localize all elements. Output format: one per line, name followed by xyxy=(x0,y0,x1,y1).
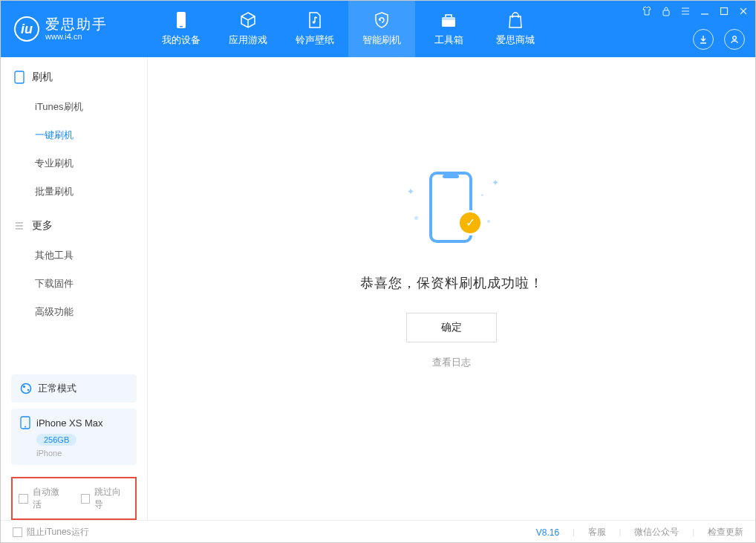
svg-rect-1 xyxy=(180,26,183,27)
svg-point-10 xyxy=(23,386,25,388)
close-icon[interactable] xyxy=(737,5,749,17)
music-file-icon xyxy=(306,11,324,29)
svg-rect-6 xyxy=(721,8,728,15)
sidebar-section-more: 更多 xyxy=(1,219,147,241)
maximize-icon[interactable] xyxy=(718,5,730,17)
success-illustration: ✦ ✦ ✓ xyxy=(400,164,504,253)
window-controls xyxy=(641,5,749,17)
view-log-link[interactable]: 查看日志 xyxy=(432,356,471,369)
bag-icon xyxy=(506,11,524,29)
svg-point-11 xyxy=(27,389,29,391)
checkbox-block-itunes[interactable]: 阻止iTunes运行 xyxy=(13,526,89,539)
device-type-label: iPhone xyxy=(36,449,128,458)
nav-tabs: 我的设备 应用游戏 铃声壁纸 智能刷机 工具箱 爱思商城 xyxy=(148,1,549,57)
svg-rect-8 xyxy=(15,71,24,83)
checkbox-skip-guide[interactable]: 跳过向导 xyxy=(81,486,130,511)
checkbox-box-icon xyxy=(81,494,91,504)
footer-update-link[interactable]: 检查更新 xyxy=(708,526,743,539)
menu-icon[interactable] xyxy=(680,5,691,17)
nav-tab-ringtones[interactable]: 铃声壁纸 xyxy=(281,1,348,57)
main-content: ✦ ✦ ✓ 恭喜您，保资料刷机成功啦！ 确定 查看日志 xyxy=(148,57,755,520)
shield-refresh-icon xyxy=(373,11,391,29)
download-button[interactable] xyxy=(693,29,714,50)
toolbox-icon xyxy=(440,11,457,29)
device-mode-label: 正常模式 xyxy=(38,382,76,395)
sidebar-item-oneclick-flash[interactable]: 一键刷机 xyxy=(1,121,147,149)
checkbox-box-icon xyxy=(19,494,28,504)
svg-rect-4 xyxy=(442,17,455,20)
check-badge-icon: ✓ xyxy=(457,210,483,235)
device-name-label: iPhone XS Max xyxy=(36,417,103,429)
user-button[interactable] xyxy=(724,29,745,50)
svg-rect-5 xyxy=(663,10,669,16)
app-logo-icon: iu xyxy=(14,16,39,42)
svg-point-2 xyxy=(313,21,316,24)
sidebar-item-pro-flash[interactable]: 专业刷机 xyxy=(1,149,147,178)
nav-tab-store[interactable]: 爱思商城 xyxy=(482,1,549,57)
shirt-icon[interactable] xyxy=(641,5,653,17)
svg-point-9 xyxy=(22,384,31,394)
sidebar-item-other-tools[interactable]: 其他工具 xyxy=(1,241,147,270)
checkbox-auto-activate[interactable]: 自动激活 xyxy=(19,486,68,511)
sidebar-item-itunes-flash[interactable]: iTunes刷机 xyxy=(1,93,147,121)
logo-area: iu 爱思助手 www.i4.cn xyxy=(1,1,148,57)
list-icon xyxy=(14,221,25,231)
lock-icon[interactable] xyxy=(660,5,672,17)
svg-point-7 xyxy=(733,36,737,40)
minimize-icon[interactable] xyxy=(699,5,711,17)
sidebar-item-advanced[interactable]: 高级功能 xyxy=(1,298,147,326)
device-storage-badge: 256GB xyxy=(36,434,76,446)
mode-icon xyxy=(20,383,32,394)
checkbox-box-icon xyxy=(13,527,22,537)
phone-icon xyxy=(172,11,190,29)
nav-tab-toolbox[interactable]: 工具箱 xyxy=(415,1,482,57)
flash-options-row: 自动激活 跳过向导 xyxy=(11,477,137,520)
cube-icon xyxy=(239,11,257,29)
header-actions xyxy=(693,29,745,50)
footer-wechat-link[interactable]: 微信公众号 xyxy=(634,526,679,539)
device-phone-icon xyxy=(20,416,30,429)
sidebar-item-download-firmware[interactable]: 下载固件 xyxy=(1,270,147,298)
version-label: V8.16 xyxy=(536,527,559,538)
sidebar-section-flash: 刷机 xyxy=(1,71,147,93)
device-info-block[interactable]: iPhone XS Max 256GB iPhone xyxy=(11,409,137,465)
confirm-button[interactable]: 确定 xyxy=(406,313,497,342)
svg-point-13 xyxy=(25,426,26,428)
nav-tab-device[interactable]: 我的设备 xyxy=(148,1,215,57)
success-message: 恭喜您，保资料刷机成功啦！ xyxy=(360,274,544,292)
nav-tab-apps[interactable]: 应用游戏 xyxy=(215,1,281,57)
header-bar: iu 爱思助手 www.i4.cn 我的设备 应用游戏 铃声壁纸 智能刷机 工具… xyxy=(1,1,755,57)
app-site: www.i4.cn xyxy=(45,32,108,41)
app-name: 爱思助手 xyxy=(45,17,108,33)
device-mode-block: 正常模式 xyxy=(11,374,137,403)
footer-bar: 阻止iTunes运行 V8.16 | 客服 | 微信公众号 | 检查更新 xyxy=(1,520,755,543)
svg-rect-0 xyxy=(177,12,186,28)
sidebar-item-batch-flash[interactable]: 批量刷机 xyxy=(1,178,147,206)
footer-support-link[interactable]: 客服 xyxy=(588,526,606,539)
nav-tab-flash[interactable]: 智能刷机 xyxy=(348,1,415,57)
sidebar: 刷机 iTunes刷机 一键刷机 专业刷机 批量刷机 更多 其他工具 下载固件 … xyxy=(1,57,148,520)
phone-outline-icon xyxy=(14,71,25,84)
